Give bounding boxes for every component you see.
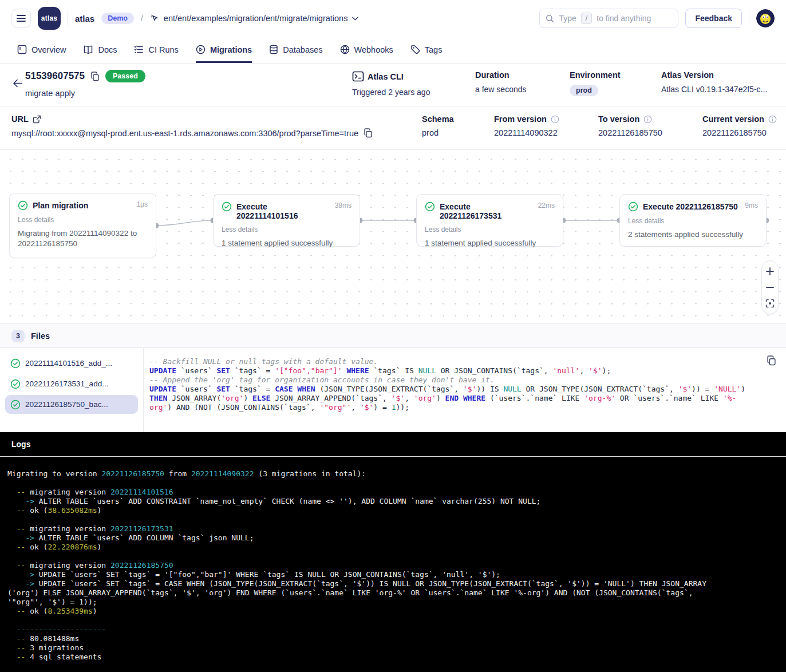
from-version-column: From version 20221114090322	[494, 114, 559, 137]
tab-label: Overview	[31, 45, 66, 54]
breadcrumb-separator: /	[141, 14, 143, 23]
migrations-icon	[196, 45, 206, 54]
avatar[interactable]	[756, 9, 775, 27]
file-list: 20221114101516_add_...20221126173531_add…	[0, 348, 143, 432]
tab-ci-runs[interactable]: CI Runs	[134, 37, 178, 63]
flow-node[interactable]: Execute 2022112617353122msLess details1 …	[416, 194, 563, 247]
check-circle-icon	[10, 358, 21, 369]
external-link-icon[interactable]	[33, 115, 41, 124]
search-icon	[546, 14, 554, 23]
node-description: 1 statement applied successfully	[222, 238, 351, 248]
breadcrumb[interactable]: ent/ent/examples/migration/ent/migrate/m…	[150, 14, 359, 23]
search-input[interactable]: Type / to find anything	[539, 9, 678, 28]
flow-node[interactable]: Execute 202211261857509msLess details2 s…	[619, 194, 767, 247]
check-circle-icon	[425, 201, 435, 212]
tab-label: Migrations	[210, 45, 252, 54]
triggered-text: Triggered 2 years ago	[352, 88, 430, 97]
header-divider	[68, 11, 68, 26]
source-label: Atlas CLI	[368, 72, 404, 81]
terminal-icon	[352, 70, 364, 82]
node-duration: 9ms	[745, 201, 758, 209]
info-icon[interactable]	[643, 115, 652, 124]
less-details-link[interactable]: Less details	[425, 226, 555, 234]
chevron-down-icon	[352, 17, 358, 21]
node-description: 1 statement applied successfully	[425, 238, 555, 248]
hamburger-icon	[17, 14, 26, 22]
to-version-label: To version	[598, 114, 639, 124]
to-version-column: To version 20221126185750	[598, 114, 662, 137]
fit-view-button[interactable]	[762, 295, 778, 311]
tab-databases[interactable]: Databases	[269, 37, 322, 63]
logs-body: Migrating to version 20221126185750 from…	[0, 457, 786, 672]
tab-tags[interactable]: Tags	[410, 37, 443, 63]
node-duration: 22ms	[538, 201, 555, 209]
url-label: URL	[11, 114, 29, 124]
tags-icon	[410, 45, 420, 54]
info-icon[interactable]	[551, 115, 559, 124]
ci-runs-icon	[134, 45, 144, 54]
run-header: 51539607575 Passed migrate apply Atlas C…	[0, 64, 786, 106]
tab-label: Docs	[98, 45, 117, 54]
top-header: atlas atlas Demo / ent/ent/examples/migr…	[0, 0, 786, 37]
app: atlas atlas Demo / ent/ent/examples/migr…	[0, 0, 786, 672]
file-name: 20221126173531_add...	[25, 380, 108, 388]
tab-webhooks[interactable]: Webhooks	[340, 37, 393, 63]
log-output: Migrating to version 20221126185750 from…	[0, 457, 786, 672]
file-item[interactable]: 20221126173531_add...	[5, 374, 138, 393]
back-button[interactable]	[13, 79, 22, 88]
flow-node[interactable]: Execute 2022111410151638msLess details1 …	[213, 194, 360, 247]
schema-value: prod	[422, 128, 454, 137]
tab-docs[interactable]: Docs	[83, 37, 117, 63]
canvas-zoom-controls	[761, 260, 779, 314]
check-circle-icon	[10, 379, 21, 389]
tab-overview[interactable]: Overview	[17, 37, 66, 63]
tab-migrations[interactable]: Migrations	[196, 37, 252, 63]
duration-label: Duration	[475, 70, 527, 80]
docs-icon	[83, 45, 93, 54]
node-title: Execute 20221126173531	[440, 201, 534, 220]
less-details-link[interactable]: Less details	[628, 217, 758, 225]
code-panel: -- Backfill NULL or null tags with a def…	[143, 348, 786, 432]
atlas-logo[interactable]: atlas	[38, 7, 61, 30]
node-title: Execute 20221114101516	[236, 201, 330, 220]
copy-run-id-icon[interactable]	[90, 72, 100, 81]
flow-node[interactable]: Plan migration1µsLess detailsMigrating f…	[9, 193, 156, 258]
search-placeholder-post: to find anything	[597, 14, 651, 23]
check-circle-icon	[222, 201, 232, 212]
check-circle-icon	[18, 200, 28, 211]
hamburger-button[interactable]	[11, 9, 31, 28]
check-circle-icon	[10, 400, 21, 410]
feedback-button[interactable]: Feedback	[685, 9, 742, 28]
files-header: 3 Files	[0, 323, 786, 348]
current-version-label: Current version	[702, 114, 764, 124]
copy-url-icon[interactable]	[364, 128, 373, 138]
atlas-logo-text: atlas	[41, 14, 57, 22]
breadcrumb-text: ent/ent/examples/migration/ent/migrate/m…	[164, 14, 348, 23]
url-value: mysql://root:xxxxx@mysql-prod.ent.us-eas…	[11, 129, 358, 138]
copy-code-icon[interactable]	[767, 355, 776, 366]
tab-label: Databases	[283, 45, 322, 54]
zoom-out-icon	[766, 283, 774, 291]
zoom-in-icon	[766, 267, 774, 275]
schema-label: Schema	[422, 114, 454, 124]
less-details-link[interactable]: Less details	[18, 216, 148, 224]
less-details-link[interactable]: Less details	[222, 226, 351, 234]
search-kbd: /	[581, 13, 592, 24]
node-title: Execute 20221126185750	[643, 201, 740, 211]
zoom-in-button[interactable]	[762, 263, 778, 279]
tab-label: Webhooks	[354, 45, 393, 54]
zoom-out-button[interactable]	[762, 279, 778, 295]
atlas-version-value: Atlas CLI v0.19.1-347e2f5-c...	[661, 85, 767, 94]
files-title: Files	[31, 331, 50, 341]
file-name: 20221114101516_add_...	[25, 359, 112, 367]
file-item[interactable]: 20221114101516_add_...	[5, 354, 138, 373]
fit-view-icon	[765, 299, 775, 308]
info-icon[interactable]	[768, 115, 777, 124]
tab-label: CI Runs	[148, 45, 178, 54]
logs-header: Logs	[0, 432, 786, 457]
flow-canvas[interactable]: Plan migration1µsLess detailsMigrating f…	[0, 150, 786, 323]
files-body: 20221114101516_add_...20221126173531_add…	[0, 348, 786, 432]
file-item[interactable]: 20221126185750_bac...	[5, 395, 138, 414]
atlas-version-column: Atlas Version Atlas CLI v0.19.1-347e2f5-…	[661, 70, 767, 94]
search-placeholder-pre: Type	[559, 14, 576, 23]
